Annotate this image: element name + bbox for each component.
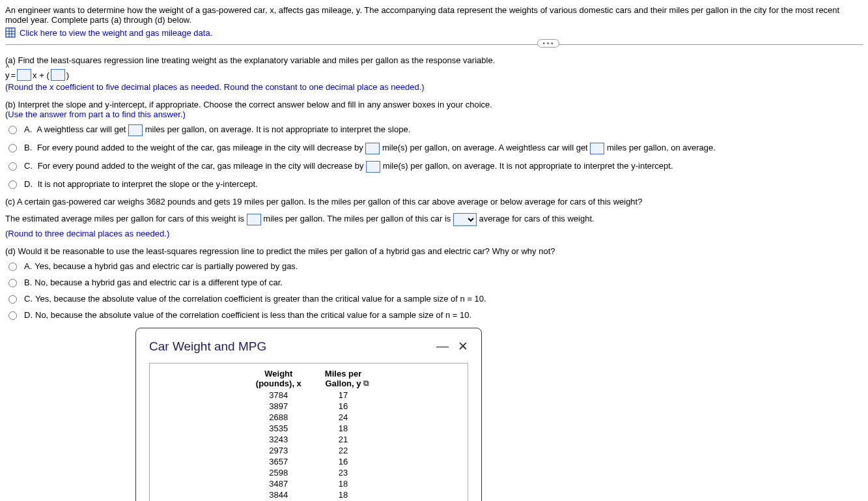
part-c-pre: The estimated average miles per gallon f… (5, 214, 247, 223)
y-hat: y (5, 70, 10, 80)
input-b-b-2[interactable] (590, 143, 604, 154)
regression-equation: y = x + ( ) (5, 69, 863, 81)
select-c-above-below[interactable] (453, 213, 477, 226)
table-row: 389716 (244, 401, 373, 412)
table-cell: 3657 (244, 456, 313, 467)
choice-b-b[interactable]: B. For every pound added to the weight o… (5, 143, 863, 154)
radio-b-a[interactable] (8, 126, 17, 134)
close-icon[interactable]: ✕ (458, 339, 468, 354)
table-cell: 3243 (244, 434, 313, 445)
part-c-post: average for cars of this weight. (479, 214, 595, 223)
part-a-prompt: (a) Find the least-squares regression li… (5, 55, 863, 65)
table-row: 268824 (244, 412, 373, 423)
radio-d-b[interactable] (8, 279, 17, 287)
choice-b-c-pre: For every pound added to the weight of t… (38, 161, 366, 171)
choice-b-d-text: It is not appropriate to interpret the s… (38, 179, 258, 189)
table-cell: 18 (313, 489, 373, 500)
choice-d-c[interactable]: C.Yes, because the absolute value of the… (5, 294, 863, 304)
table-cell: 3535 (244, 423, 313, 434)
label-c: C. (24, 161, 33, 171)
part-c-prompt: (c) A certain gas-powered car weighs 368… (5, 197, 863, 207)
input-b-c[interactable] (366, 161, 380, 173)
choice-d-d-text: No, because the absolute value of the co… (35, 310, 471, 320)
label-d-c: C. (24, 294, 33, 304)
choice-d-a-text: Yes, because a hybrid gas and electric c… (35, 261, 298, 271)
choice-d-a[interactable]: A.Yes, because a hybrid gas and electric… (5, 261, 863, 271)
intercept-input[interactable] (51, 69, 65, 81)
choice-d-d[interactable]: D.No, because the absolute value of the … (5, 310, 863, 320)
part-c-note: (Round to three decimal places as needed… (5, 229, 863, 238)
data-link-text[interactable]: Click here to view the weight and gas mi… (20, 28, 212, 38)
data-popup: Car Weight and MPG — ✕ Weight(pounds), x… (135, 328, 482, 501)
equals-sign: = (11, 70, 16, 80)
part-a-note: (Round the x coefficient to five decimal… (5, 82, 863, 92)
table-cell: 18 (313, 423, 373, 434)
col-weight-header: Weight(pounds), x (244, 367, 313, 390)
choice-b-d[interactable]: D. It is not appropriate to interpret th… (5, 179, 863, 189)
label-d-a: A. (24, 261, 32, 271)
part-b: (b) Interpret the slope and y-intercept,… (5, 100, 863, 189)
label-d-d: D. (24, 310, 33, 320)
table-row: 378417 (244, 390, 373, 401)
table-icon (5, 27, 16, 38)
table-cell: 3784 (244, 390, 313, 401)
table-cell: 2973 (244, 445, 313, 456)
choice-d-b[interactable]: B.No, because a hybrid gas and electric … (5, 278, 863, 287)
table-row: 297322 (244, 445, 373, 456)
svg-rect-0 (6, 28, 15, 37)
table-row: 384418 (244, 489, 373, 500)
table-cell: 3897 (244, 401, 313, 412)
table-row: 324321 (244, 434, 373, 445)
col-mpg-header: Miles perGallon, y⧉ (313, 367, 373, 390)
table-cell: 16 (313, 456, 373, 467)
choice-b-b-post: miles per gallon, on average. (607, 143, 716, 152)
radio-d-d[interactable] (8, 311, 17, 320)
minimize-icon[interactable]: — (436, 339, 449, 354)
radio-b-c[interactable] (8, 162, 17, 171)
part-a: (a) Find the least-squares regression li… (5, 55, 863, 92)
slope-input[interactable] (17, 69, 31, 81)
input-b-b-1[interactable] (365, 143, 380, 154)
choice-b-a-post: miles per gallon, on average. It is not … (145, 124, 411, 134)
input-b-a[interactable] (128, 124, 143, 136)
x-plus-open-paren: x + ( (33, 70, 49, 80)
table-cell: 24 (313, 412, 373, 423)
part-c-mid: miles per gallon. The miles per gallon o… (263, 214, 453, 223)
choice-d-b-text: No, because a hybrid gas and electric ca… (35, 278, 283, 287)
part-b-prompt: (b) Interpret the slope and y-intercept,… (5, 100, 863, 109)
table-cell: 21 (313, 434, 373, 445)
input-c-estimate[interactable] (247, 214, 261, 225)
choice-b-a-pre: A weightless car will get (36, 124, 128, 134)
part-c: (c) A certain gas-powered car weighs 368… (5, 197, 863, 238)
part-b-subnote: (Use the answer from part a to find this… (5, 109, 863, 119)
data-table-wrap: Weight(pounds), x Miles perGallon, y⧉ 37… (149, 363, 468, 501)
radio-d-a[interactable] (8, 263, 17, 271)
radio-b-b[interactable] (8, 144, 17, 152)
overflow-pill[interactable]: • • • (537, 39, 559, 48)
table-cell: 3487 (244, 478, 313, 489)
part-d: (d) Would it be reasonable to use the le… (5, 246, 863, 320)
data-table: Weight(pounds), x Miles perGallon, y⧉ 37… (244, 367, 373, 500)
table-row: 365716 (244, 456, 373, 467)
choice-b-c-post: mile(s) per gallon, on average. It is no… (383, 161, 673, 171)
copy-icon[interactable]: ⧉ (363, 379, 369, 388)
table-row: 259823 (244, 467, 373, 478)
radio-d-c[interactable] (8, 295, 17, 304)
table-row: 353518 (244, 423, 373, 434)
table-cell: 22 (313, 445, 373, 456)
table-cell: 2598 (244, 467, 313, 478)
part-d-prompt: (d) Would it be reasonable to use the le… (5, 246, 863, 256)
table-row: 348718 (244, 478, 373, 489)
label-b: B. (24, 143, 32, 152)
label-d-b: B. (24, 278, 32, 287)
divider: • • • (5, 44, 863, 45)
choice-b-c[interactable]: C. For every pound added to the weight o… (5, 161, 863, 173)
data-link-row[interactable]: Click here to view the weight and gas mi… (5, 27, 863, 38)
table-cell: 16 (313, 401, 373, 412)
radio-b-d[interactable] (8, 180, 17, 189)
choice-b-a[interactable]: A. A weightless car will get miles per g… (5, 124, 863, 136)
popup-title: Car Weight and MPG (149, 339, 266, 354)
table-cell: 23 (313, 467, 373, 478)
table-cell: 3844 (244, 489, 313, 500)
table-cell: 17 (313, 390, 373, 401)
